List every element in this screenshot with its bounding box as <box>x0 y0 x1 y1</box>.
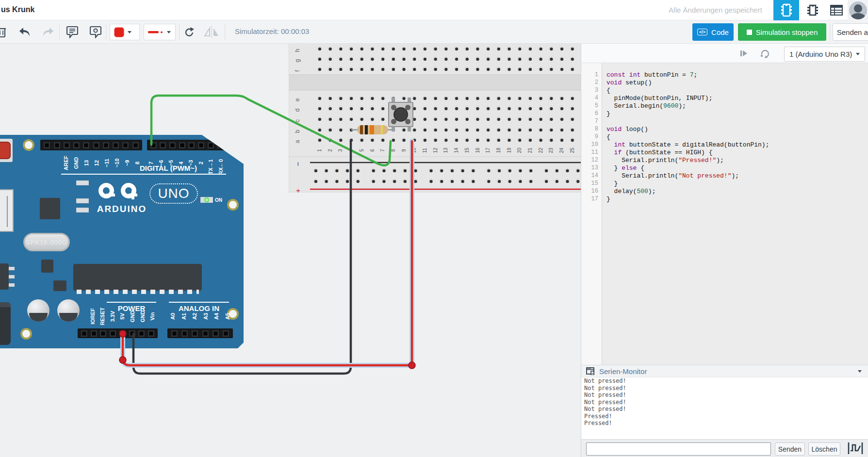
header-pin[interactable] <box>93 142 99 148</box>
wire-style-dropdown[interactable] <box>144 24 176 40</box>
power-header[interactable] <box>78 328 158 338</box>
header-pin[interactable] <box>44 142 50 148</box>
chevron-down-icon[interactable] <box>858 370 862 373</box>
wire-node[interactable] <box>409 362 415 369</box>
header-pin[interactable] <box>208 142 214 148</box>
project-title[interactable]: us Krunk <box>1 5 34 14</box>
code-line[interactable]: Serial.println("Not pressed!"); <box>603 172 868 180</box>
user-menu[interactable] <box>848 0 868 20</box>
header-pin[interactable] <box>188 142 195 148</box>
code-line[interactable]: { <box>603 87 868 95</box>
code-editor[interactable]: 1234567891011121314151617 const int butt… <box>581 63 868 365</box>
code-line[interactable]: { <box>603 133 868 141</box>
wire-node[interactable] <box>119 357 126 363</box>
code-line[interactable] <box>603 118 868 126</box>
header-pin[interactable] <box>213 330 219 337</box>
button-pin <box>391 119 396 124</box>
serial-input[interactable] <box>586 442 771 456</box>
header-pin[interactable] <box>202 330 209 337</box>
circuit-canvas[interactable]: hgfedcba12345678910111213141516171819202… <box>0 44 581 457</box>
atmega-chip <box>73 264 202 291</box>
undo-button[interactable] <box>16 20 33 44</box>
header-pin[interactable] <box>132 142 139 148</box>
line-number: 11 <box>581 149 602 157</box>
stop-simulation-button[interactable]: Simulation stoppen <box>738 23 826 41</box>
notes-icon[interactable] <box>65 20 80 44</box>
header-pin[interactable] <box>100 330 106 337</box>
board-selector-dropdown[interactable]: 1 (Arduino Uno R3) <box>784 47 865 62</box>
code-line[interactable]: } <box>603 180 868 188</box>
header-pin[interactable] <box>169 142 176 148</box>
serial-clear-button[interactable]: Löschen <box>808 442 840 456</box>
header-pin[interactable] <box>160 142 166 148</box>
header-pin[interactable] <box>138 330 145 337</box>
waveform-icon[interactable] <box>847 441 864 457</box>
header-pin[interactable] <box>110 330 116 337</box>
header-pin[interactable] <box>198 142 204 148</box>
user-avatar <box>849 1 867 19</box>
header-pin[interactable] <box>217 142 223 148</box>
digital-header-right[interactable] <box>147 140 227 150</box>
digital-section-label: DIGITAL (PWM~) <box>137 164 200 172</box>
header-pin[interactable] <box>150 142 157 148</box>
serial-monitor-header[interactable]: Serien-Monitor <box>581 365 868 377</box>
wire-color-dropdown[interactable] <box>110 24 140 40</box>
header-pin[interactable] <box>83 142 89 148</box>
code-line[interactable]: pinMode(buttonPin, INPUT); <box>603 95 868 102</box>
button-cap[interactable] <box>394 108 407 121</box>
list-view-button[interactable] <box>826 0 847 20</box>
code-line[interactable]: void loop() <box>603 126 868 133</box>
breadboard-graphic[interactable]: hgfedcba12345678910111213141516171819202… <box>289 44 581 193</box>
header-pin[interactable] <box>171 330 178 337</box>
redo-button[interactable] <box>40 20 56 44</box>
analog-header[interactable] <box>167 328 233 338</box>
code-line[interactable]: if (buttonState == HIGH) { <box>603 149 868 157</box>
header-pin[interactable] <box>192 330 198 337</box>
header-pin[interactable] <box>119 330 126 337</box>
code-line[interactable]: const int buttonPin = 7; <box>603 71 868 79</box>
resistor-component[interactable] <box>357 125 388 134</box>
header-pin[interactable] <box>81 330 87 337</box>
restart-icon[interactable] <box>760 49 770 60</box>
header-pin[interactable] <box>113 142 119 148</box>
serial-send-button[interactable]: Senden <box>775 442 805 456</box>
code-line[interactable]: int buttonState = digitalRead(buttonPin)… <box>603 141 868 149</box>
svg-text:d: d <box>294 109 301 112</box>
code-button[interactable]: </> Code <box>692 23 734 41</box>
code-line[interactable]: void setup() <box>603 79 868 87</box>
header-pin[interactable] <box>129 330 135 337</box>
code-line[interactable]: Serial.begin(9600); <box>603 102 868 110</box>
header-pin[interactable] <box>64 142 70 148</box>
header-pin[interactable] <box>148 330 154 337</box>
serial-line: Not pressed! <box>581 406 868 413</box>
header-pin[interactable] <box>223 330 229 337</box>
header-pin[interactable] <box>91 330 97 337</box>
digital-header-left[interactable] <box>40 140 142 150</box>
header-pin[interactable] <box>181 330 188 337</box>
mirror-icon[interactable] <box>201 20 222 44</box>
code-line[interactable]: } <box>603 196 868 203</box>
usb-interface-chip <box>40 198 60 219</box>
rotate-icon[interactable] <box>181 20 197 44</box>
header-pin[interactable] <box>103 142 109 148</box>
delete-icon[interactable] <box>0 20 7 44</box>
code-line[interactable]: Serial.println("Pressed!"); <box>603 157 868 164</box>
header-pin[interactable] <box>54 142 60 148</box>
serial-line: Not pressed! <box>581 392 868 399</box>
pushbutton-component[interactable] <box>388 102 413 127</box>
components-view-button[interactable] <box>802 0 824 20</box>
silkscreen-line <box>169 302 229 303</box>
header-pin[interactable] <box>179 142 185 148</box>
annotation-icon[interactable] <box>88 20 103 44</box>
code-line[interactable]: } else { <box>603 164 868 172</box>
reset-button[interactable] <box>0 142 11 159</box>
header-pin[interactable] <box>73 142 80 148</box>
step-icon[interactable] <box>739 49 748 60</box>
header-pin[interactable] <box>122 142 129 148</box>
send-to-button[interactable]: Senden an <box>833 23 868 41</box>
code-line[interactable]: } <box>603 110 868 118</box>
breadboard[interactable]: hgfedcba12345678910111213141516171819202… <box>289 44 581 195</box>
breadboard-view-button[interactable] <box>773 0 799 20</box>
arduino-uno-board[interactable]: AREFGND1312~11~10~987~6~54~32TX→1RX←0 DI… <box>0 135 244 348</box>
code-line[interactable]: delay(500); <box>603 188 868 196</box>
